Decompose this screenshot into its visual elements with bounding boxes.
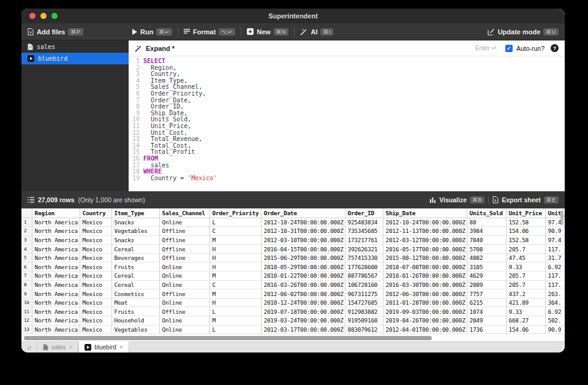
column-header-Country[interactable]: Country <box>80 208 111 218</box>
column-header-Order_Priority[interactable]: Order_Priority <box>209 208 261 218</box>
sidebar-item-label: bluebird <box>38 55 67 62</box>
code-line: 15 Total_Profit <box>129 149 565 156</box>
table-row[interactable]: 6North AmericaMexicoFruitsOnlineH2018-05… <box>21 262 565 272</box>
table-cell: North America <box>32 307 80 316</box>
table-cell: 2016-05-17T00:00:00.000Z <box>383 245 467 254</box>
table-row[interactable]: 9North AmericaMexicoCosmeticsOfflineM201… <box>21 289 565 299</box>
column-header-Units_Sold[interactable]: Units_Sold <box>467 208 506 218</box>
horizontal-scrollbar[interactable] <box>24 336 432 340</box>
tab-bluebird[interactable]: bluebird× <box>78 341 129 353</box>
table-cell: 2010-12-24T00:00:00.000Z <box>261 298 345 307</box>
ai-button[interactable]: AI ⌘I <box>300 28 333 36</box>
table-cell: 90.9 <box>545 227 565 236</box>
sql-code-editor[interactable]: 1SELECT2 Region,3 Country,4 Item_Type,5 … <box>129 56 565 191</box>
table-cell: 2012-06-02T00:00:00.000Z <box>261 289 345 299</box>
toolbar-divider <box>178 28 178 36</box>
column-header-Ship_Date[interactable]: Ship_Date <box>383 208 467 218</box>
edit-pencil-icon <box>488 28 495 36</box>
sidebar-item-sales[interactable]: sales <box>21 41 129 53</box>
table-row[interactable]: 11North AmericaMexicoFruitsOfflineL2019-… <box>21 307 565 316</box>
row-number-header <box>21 208 32 218</box>
table-row[interactable]: 7North AmericaMexicoCerealOnlineM2010-01… <box>21 272 565 281</box>
table-cell: North America <box>32 218 80 227</box>
table-row[interactable]: 8North AmericaMexicoCerealOnlineC2016-03… <box>21 280 565 289</box>
table-cell: 2012-10-31T00:00:00.000Z <box>261 227 345 236</box>
export-sheet-button[interactable]: Export sheet ⌘E <box>492 196 559 204</box>
bottom-tab-bar: ↓↑ sales×bluebird× <box>21 341 565 353</box>
row-number: 12 <box>21 316 32 326</box>
row-number: 1 <box>21 218 32 227</box>
row-number: 9 <box>21 289 32 299</box>
close-tab-icon[interactable]: × <box>119 344 123 351</box>
results-table-container: RegionCountryItem_TypeSales_ChannelOrder… <box>21 208 565 341</box>
table-cell: 887786567 <box>345 272 383 281</box>
table-cell: Snacks <box>111 218 159 227</box>
column-header-Unit_Price[interactable]: Unit_Price <box>506 208 545 218</box>
update-mode-shortcut: ⌘U <box>543 28 559 36</box>
add-files-button[interactable]: Add files ⌘P <box>28 28 83 36</box>
table-row[interactable]: 2North AmericaMexicoVegetablesOfflineC20… <box>21 227 565 236</box>
sidebar-item-bluebird[interactable]: bluebird <box>21 53 129 64</box>
code-line: 1SELECT <box>129 58 565 65</box>
table-cell: L <box>209 218 261 227</box>
table-row[interactable]: 5North AmericaMexicoBeveragesOfflineH201… <box>21 253 565 262</box>
row-number: 5 <box>21 253 32 262</box>
sort-arrows-icon[interactable]: ↓↑ <box>21 342 37 353</box>
tab-sales[interactable]: sales× <box>37 342 78 353</box>
table-cell: North America <box>32 272 80 281</box>
new-shortcut: ⌘N <box>274 28 289 36</box>
row-number: 2 <box>21 227 32 236</box>
toolbar-divider <box>294 28 295 36</box>
file-icon <box>28 44 33 50</box>
format-button[interactable]: Format ⌥↵ <box>184 28 235 36</box>
row-number: 11 <box>21 307 32 316</box>
table-cell: 6.92 <box>545 307 565 316</box>
table-row[interactable]: 12North AmericaMexicoHouseholdOnlineM201… <box>21 316 565 326</box>
line-number: 11 <box>129 123 143 130</box>
update-mode-button[interactable]: Update mode ⌘U <box>488 28 559 36</box>
title-bar: Superintendent <box>21 9 565 23</box>
table-row[interactable]: 4North AmericaMexicoCerealOfflineH2016-0… <box>21 245 565 254</box>
column-header-Item_Type[interactable]: Item_Type <box>111 208 159 218</box>
table-cell: Mexico <box>80 280 111 289</box>
table-cell: 117. <box>545 245 565 254</box>
new-icon <box>247 28 254 35</box>
table-row[interactable]: 1North AmericaMexicoSnacksOnlineL2012-10… <box>21 218 565 227</box>
help-icon[interactable]: ? <box>551 44 559 52</box>
tab-label: sales <box>51 344 66 351</box>
table-cell: M <box>209 272 261 281</box>
app-window: Superintendent Add files ⌘P <box>21 9 565 353</box>
table-row[interactable]: 3North AmericaMexicoSnacksOfflineM2012-0… <box>21 235 565 245</box>
desktop-background: Superintendent Add files ⌘P <box>0 0 588 385</box>
table-cell: 106728160 <box>345 280 383 289</box>
run-button[interactable]: Run ⌘↵ <box>132 28 172 36</box>
table-cell: Mexico <box>80 235 111 245</box>
play-icon <box>28 55 34 62</box>
table-cell: 883079612 <box>345 325 383 334</box>
visualize-button[interactable]: Visualize ⌘B <box>429 196 484 204</box>
line-number: 1 <box>129 58 143 65</box>
table-cell: Vegetables <box>111 227 159 236</box>
table-cell: 97.4 <box>545 235 565 245</box>
table-cell: 2012-10-24T00:00:00.000Z <box>261 218 345 227</box>
auto-run-checkbox[interactable]: ✓ <box>505 45 513 52</box>
table-cell: 4882 <box>467 253 506 262</box>
column-header-Order_ID[interactable]: Order_ID <box>345 208 383 218</box>
close-tab-icon[interactable]: × <box>69 344 72 351</box>
line-number: 16 <box>129 156 143 162</box>
vertical-scrollbar[interactable] <box>560 210 564 225</box>
code-line: 10 Units_Sold, <box>129 116 565 123</box>
table-cell: 2011-01-28T00:00:00.000Z <box>383 298 467 307</box>
column-header-Region[interactable]: Region <box>32 208 80 218</box>
table-row[interactable]: 10North AmericaMexicoMeatOnlineH2010-12-… <box>21 298 565 307</box>
table-cell: L <box>209 325 261 334</box>
table-cell: Beverages <box>111 253 159 262</box>
table-cell: 735345685 <box>345 227 383 236</box>
new-button[interactable]: New ⌘N <box>247 28 288 36</box>
table-row[interactable]: 13North AmericaMexicoVegetablesOnlineL20… <box>21 325 565 334</box>
table-cell: North America <box>32 289 80 299</box>
column-header-Order_Date[interactable]: Order_Date <box>261 208 345 218</box>
column-header-Sales_Channel[interactable]: Sales_Channel <box>159 208 209 218</box>
enter-hint: Enter ↵ <box>475 45 497 51</box>
code-line: 6 Order_Priority, <box>129 91 565 97</box>
